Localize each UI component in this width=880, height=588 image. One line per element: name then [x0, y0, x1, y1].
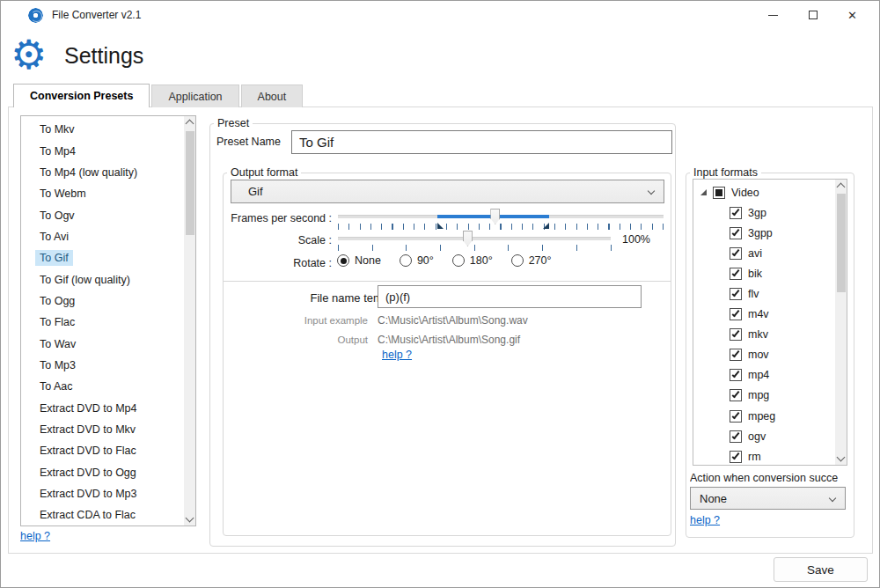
- format-checkbox[interactable]: [730, 308, 742, 320]
- indeterminate-icon: [715, 189, 722, 196]
- preset-list-item-label: Extract CDA to Flac: [35, 507, 140, 523]
- scrollbar-thumb[interactable]: [186, 131, 194, 235]
- preset-list-item[interactable]: To Ogv: [21, 204, 184, 225]
- section-divider: [224, 281, 671, 282]
- preset-list-item[interactable]: To Avi: [21, 226, 184, 247]
- preset-list-item[interactable]: To Gif: [21, 247, 184, 268]
- format-tree-item[interactable]: flv: [693, 283, 834, 304]
- scrollbar-thumb[interactable]: [837, 194, 846, 292]
- format-tree-item[interactable]: mp4: [693, 365, 834, 386]
- rotate-option-none[interactable]: None: [337, 254, 381, 267]
- format-tree-item[interactable]: m4v: [693, 305, 834, 325]
- format-checkbox[interactable]: [730, 328, 742, 341]
- preset-list-item[interactable]: To Wav: [21, 333, 184, 354]
- format-tree-item[interactable]: 3gp: [693, 202, 834, 223]
- format-checkbox[interactable]: [730, 349, 742, 361]
- format-checkbox[interactable]: [730, 288, 742, 300]
- tab-application[interactable]: Application: [151, 85, 238, 107]
- preset-list-item[interactable]: To Mp3: [21, 355, 184, 376]
- format-checkbox[interactable]: [730, 207, 742, 219]
- format-tree-item[interactable]: bik: [693, 263, 834, 283]
- checkmark-icon: [732, 430, 740, 438]
- checkmark-icon: [732, 268, 740, 276]
- fps-slider-thumb[interactable]: [490, 209, 500, 224]
- output-format-select[interactable]: Gif: [231, 180, 664, 203]
- preset-list-item[interactable]: Extract DVD to Mp3: [21, 483, 184, 504]
- scale-slider-ticks: [338, 245, 612, 251]
- format-tree-item[interactable]: mov: [693, 345, 834, 365]
- tree-root-label: Video: [731, 187, 759, 199]
- format-tree: Video 3gp3gppavibikflvm4vmkvmovmp4mpgmpe…: [693, 179, 847, 466]
- format-checkbox[interactable]: [730, 268, 742, 280]
- tab-about[interactable]: About: [241, 85, 304, 107]
- format-label: mkv: [748, 328, 768, 341]
- preset-list-item[interactable]: Extract CDA to Flac: [21, 504, 184, 526]
- preset-list-item[interactable]: To Ogg: [21, 290, 184, 312]
- close-button[interactable]: ✕: [832, 1, 872, 29]
- format-tree-item[interactable]: ogv: [693, 426, 834, 446]
- action-select[interactable]: None: [690, 487, 846, 510]
- radio-selected-icon: [337, 254, 349, 267]
- format-tree-item[interactable]: mpg: [693, 386, 834, 406]
- format-checkbox[interactable]: [730, 451, 742, 463]
- format-label: ogv: [748, 430, 766, 443]
- checkmark-icon: [732, 248, 740, 256]
- format-checkbox[interactable]: [730, 369, 742, 381]
- template-help-link[interactable]: help ?: [382, 349, 412, 361]
- rotate-option-90[interactable]: 90°: [400, 254, 434, 267]
- save-button[interactable]: Save: [774, 557, 868, 582]
- format-label: rm: [748, 451, 761, 463]
- preset-list-item[interactable]: To Flac: [21, 312, 184, 333]
- formats-help-link[interactable]: help ?: [690, 514, 720, 526]
- preset-list-item[interactable]: Extract DVD to Flac: [21, 440, 184, 461]
- output-format-value: Gif: [248, 185, 263, 198]
- preset-list-item[interactable]: To Aac: [21, 376, 184, 397]
- preset-list-item[interactable]: To Mp4: [21, 140, 184, 161]
- scroll-down-icon: [186, 514, 194, 523]
- radio-icon: [511, 254, 524, 267]
- format-checkbox[interactable]: [730, 389, 742, 401]
- format-checkbox[interactable]: [730, 430, 742, 443]
- preset-list-item-label: To Mp3: [35, 357, 80, 373]
- scroll-down-icon: [837, 453, 846, 462]
- preset-list-item[interactable]: Extract DVD to Mp4: [21, 397, 184, 418]
- format-tree-item[interactable]: avi: [693, 243, 834, 263]
- output-example-label: Output: [275, 334, 368, 345]
- preset-list-item[interactable]: To Mp4 (low quality): [21, 162, 184, 183]
- minimize-button[interactable]: [753, 1, 793, 29]
- preset-list: To MkvTo Mp4To Mp4 (low quality)To WebmT…: [21, 119, 184, 526]
- format-tree-item[interactable]: rm: [693, 446, 834, 466]
- preset-name-input[interactable]: To Gif: [291, 130, 672, 154]
- file-template-input[interactable]: (p)(f): [378, 285, 642, 308]
- preset-list-item-label: To Gif: [35, 250, 73, 266]
- preset-list-item-label: Extract DVD to Ogg: [35, 465, 141, 481]
- preset-list-item-label: Extract DVD to Flac: [35, 443, 141, 459]
- rotate-option-270[interactable]: 270°: [511, 254, 552, 267]
- preset-list-item[interactable]: Extract DVD to Mkv: [21, 419, 184, 440]
- preset-list-item[interactable]: To Webm: [21, 183, 184, 204]
- format-tree-item[interactable]: 3gpp: [693, 223, 834, 243]
- format-checkbox[interactable]: [730, 410, 742, 423]
- format-checkbox[interactable]: [730, 227, 742, 239]
- preset-list-item-label: Extract DVD to Mkv: [35, 422, 140, 437]
- format-tree-item[interactable]: mpeg: [693, 406, 834, 426]
- maximize-button[interactable]: [793, 1, 832, 29]
- rotate-option-180[interactable]: 180°: [452, 254, 493, 267]
- slider-track[interactable]: [338, 237, 611, 240]
- selection-end-marker-icon: [543, 223, 549, 229]
- preset-list-item[interactable]: Extract DVD to Ogg: [21, 462, 184, 483]
- video-checkbox[interactable]: [713, 187, 725, 199]
- format-checkbox[interactable]: [730, 247, 742, 260]
- presets-help-link[interactable]: help ?: [20, 530, 50, 542]
- preset-list-item[interactable]: To Gif (low quality): [21, 268, 184, 290]
- format-tree-item[interactable]: mkv: [693, 325, 834, 345]
- format-tree-scrollbar[interactable]: [835, 180, 847, 465]
- format-label: 3gpp: [748, 227, 773, 239]
- tree-expander-icon[interactable]: [700, 189, 707, 195]
- preset-list-item[interactable]: To Mkv: [21, 119, 184, 140]
- radio-icon: [452, 254, 465, 267]
- input-example-value: C:\Music\Artist\Album\Song.wav: [378, 314, 528, 327]
- format-tree-root[interactable]: Video: [693, 182, 834, 202]
- tab-conversion-presets[interactable]: Conversion Presets: [13, 84, 150, 107]
- preset-list-scrollbar[interactable]: [184, 116, 195, 526]
